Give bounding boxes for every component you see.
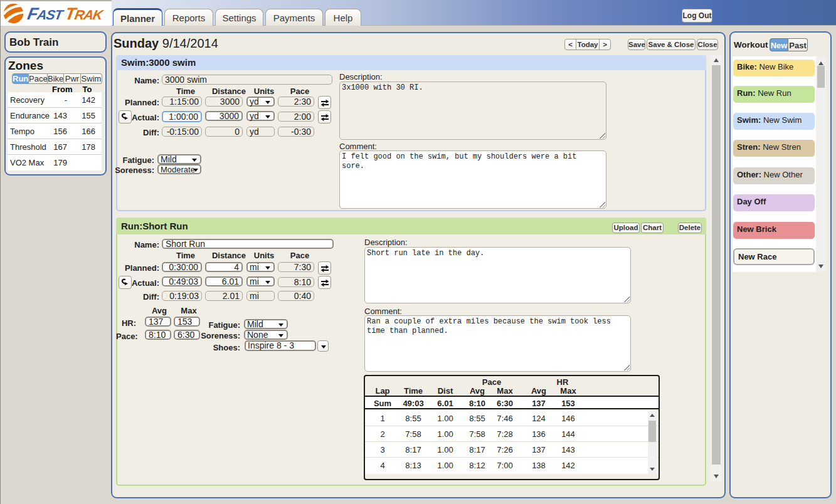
svg-text:TRAK: TRAK	[63, 4, 105, 23]
svg-text:FAST: FAST	[26, 4, 66, 23]
